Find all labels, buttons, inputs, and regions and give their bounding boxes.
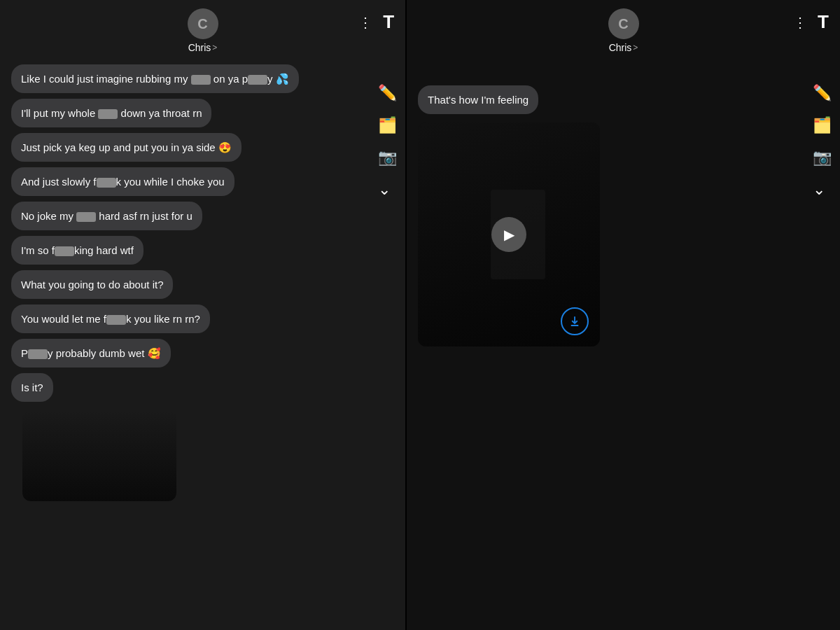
message-10: Is it? <box>11 373 53 402</box>
header-right: C Chris > ⋮ T <box>407 0 840 59</box>
text-tool-left[interactable]: T <box>383 11 394 33</box>
message-2: I'll put my whole down ya throat rn <box>11 99 211 127</box>
edit-icon-right[interactable]: ✏️ <box>813 84 832 102</box>
message-1: Like I could just imagine rubbing my on … <box>11 64 299 93</box>
message-8: You would let me f k you like rn rn? <box>11 304 210 333</box>
message-9: P y probably dumb wet 🥰 <box>11 339 171 368</box>
side-toolbar-left: ✏️ 🗂️ 📷 ⌄ <box>378 84 397 199</box>
video-player-right[interactable]: ▶ <box>418 122 600 346</box>
sticker-icon-left[interactable]: 🗂️ <box>378 116 397 134</box>
more-options-left[interactable]: ⋮ <box>358 14 373 31</box>
header-actions-left: ⋮ T <box>358 11 394 33</box>
video-thumbnail-left[interactable] <box>22 410 176 501</box>
avatar-right: C <box>608 8 639 39</box>
avatar-container-right: C Chris > <box>608 8 639 53</box>
message-that: That's how I'm feeling <box>418 85 538 114</box>
header-actions-right: ⋮ T <box>793 11 829 33</box>
header-left: C Chris > ⋮ T <box>0 0 405 59</box>
message-4: And just slowly f k you while I choke yo… <box>11 167 234 196</box>
message-5: No joke my hard asf rn just for u <box>11 202 202 230</box>
contact-name-left[interactable]: Chris > <box>188 42 218 53</box>
side-toolbar-right: ✏️ 🗂️ 📷 ⌄ <box>813 84 832 199</box>
text-tool-right[interactable]: T <box>818 11 829 33</box>
left-panel: C C Chris > ⋮ T ✏️ 🗂️ 📷 ⌄ Like I could j… <box>0 0 405 630</box>
chevron-down-icon-left[interactable]: ⌄ <box>378 181 397 199</box>
download-button[interactable] <box>561 307 589 335</box>
chat-area-right: That's how I'm feeling ▶ <box>407 59 840 630</box>
message-3: Just pick ya keg up and put you in ya si… <box>11 133 241 162</box>
message-7: What you going to do about it? <box>11 270 173 299</box>
camera-icon-left[interactable]: 📷 <box>378 148 397 167</box>
sticker-icon-right[interactable]: 🗂️ <box>813 116 832 134</box>
chat-area-left: Like I could just imagine rubbing my on … <box>0 59 405 630</box>
contact-name-right[interactable]: Chris > <box>609 42 638 53</box>
chevron-down-icon-right[interactable]: ⌄ <box>813 181 832 199</box>
avatar-left: C <box>188 8 218 39</box>
edit-icon-left[interactable]: ✏️ <box>378 84 397 102</box>
camera-icon-right[interactable]: 📷 <box>813 148 832 167</box>
right-panel: C C Chris > ⋮ T ✏️ 🗂️ 📷 ⌄ That's how I'm… <box>407 0 840 630</box>
avatar-container-left: C Chris > <box>188 8 218 53</box>
play-button[interactable]: ▶ <box>491 217 526 252</box>
more-options-right[interactable]: ⋮ <box>793 14 808 31</box>
message-6: I'm so f king hard wtf <box>11 236 144 265</box>
